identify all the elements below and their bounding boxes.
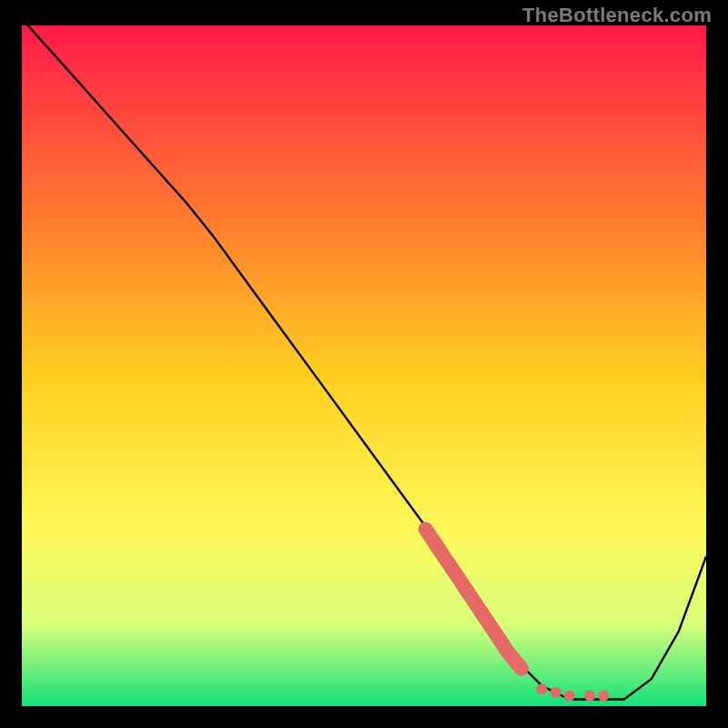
gradient-background bbox=[22, 25, 706, 706]
watermark-text: TheBottleneck.com bbox=[522, 4, 712, 27]
chart-svg bbox=[22, 25, 706, 706]
valley-dot bbox=[598, 691, 609, 702]
valley-dot bbox=[584, 691, 595, 702]
valley-dot bbox=[551, 687, 561, 698]
plot-area bbox=[22, 25, 706, 706]
valley-dot bbox=[537, 683, 548, 694]
valley-dot bbox=[564, 691, 575, 702]
